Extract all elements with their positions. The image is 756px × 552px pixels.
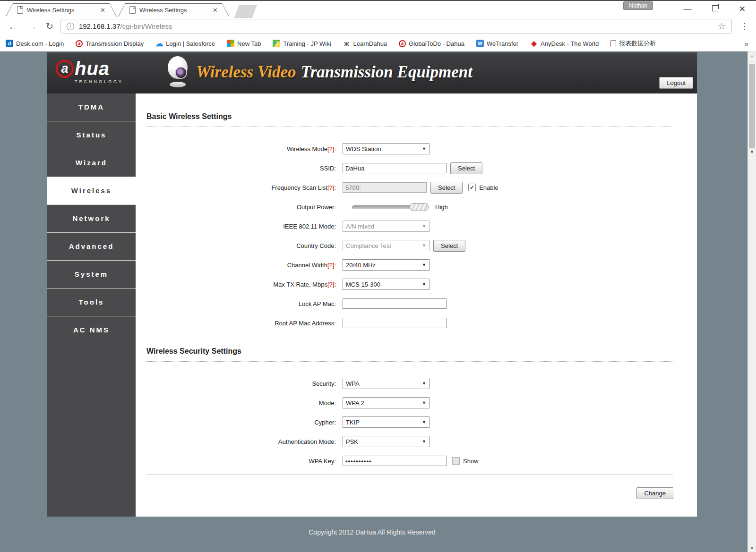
sidebar-item-wireless[interactable]: Wireless [47, 177, 136, 205]
sidebar-item-tdma[interactable]: TDMA [47, 93, 136, 121]
browser-window: Wireless Settings ✕ Wireless Settings ✕ … [0, 0, 756, 552]
bookmark-item[interactable]: ж LearnDahua [343, 40, 387, 47]
bookmark-item[interactable]: d Desk.com - Login [6, 40, 64, 47]
show-key-checkbox[interactable] [452, 457, 460, 465]
section-title-security: Wireless Security Settings [146, 337, 673, 362]
frequency-scan-select-button[interactable]: Select [430, 182, 463, 194]
sidebar-item-system[interactable]: System [47, 261, 136, 289]
logout-button[interactable]: Logout [659, 77, 693, 89]
channel-width-value: 20/40 MHz [346, 262, 376, 269]
sidebar-item-wizard[interactable]: Wizard [47, 149, 136, 177]
mode-select[interactable]: WPA 2 ▼ [343, 397, 430, 408]
bookmark-favicon [610, 40, 616, 47]
root-ap-mac-label: Root AP Mac Address: [136, 320, 343, 327]
new-tab-button[interactable] [234, 5, 257, 17]
sidebar-item-advanced[interactable]: Advanced [47, 233, 136, 261]
security-select[interactable]: WPA ▼ [343, 378, 430, 389]
row-wpa-key: WPA Key: Show [136, 455, 697, 467]
help-icon[interactable]: [?] [327, 281, 334, 288]
frequency-scan-input[interactable] [343, 182, 427, 193]
wpa-key-input[interactable] [343, 456, 447, 466]
tab-title: Wireless Settings [139, 7, 209, 14]
bookmarks-overflow-icon[interactable]: » [745, 40, 748, 48]
help-icon[interactable]: [?] [327, 184, 334, 191]
row-cypher: Cypher: TKIP ▼ [136, 416, 697, 428]
wireless-mode-select[interactable]: WDS Station ▼ [343, 143, 430, 154]
reload-icon[interactable]: ↻ [46, 22, 53, 31]
info-icon[interactable]: i [67, 23, 74, 30]
root-ap-mac-input[interactable] [343, 318, 447, 328]
change-button[interactable]: Change [636, 487, 673, 499]
help-icon[interactable]: [?] [327, 145, 334, 153]
forward-icon[interactable]: → [27, 21, 37, 32]
cypher-label: Cypher: [136, 419, 343, 426]
slider-handle[interactable] [410, 203, 429, 211]
help-icon[interactable]: [?] [327, 262, 334, 269]
sidebar-item-ac-nms[interactable]: AC NMS [47, 316, 136, 344]
auth-mode-select[interactable]: PSK ▼ [343, 436, 430, 447]
chevron-down-icon: ▼ [422, 146, 426, 151]
url-text: 192.168.1.37/cgi-bin/Wireless [79, 22, 172, 30]
browser-profile-badge[interactable]: Nathan [623, 1, 653, 10]
lock-ap-mac-input[interactable] [343, 298, 447, 309]
security-label: Security: [136, 380, 343, 387]
country-code-select-button[interactable]: Select [433, 240, 465, 252]
sidebar-item-tools[interactable]: Tools [47, 289, 136, 316]
page-scrollbar[interactable]: ▲ ▲ ▼ [747, 51, 756, 552]
bookmark-item[interactable]: ◆ AnyDesk - The World [530, 40, 599, 47]
cypher-value: TKIP [346, 419, 360, 426]
bookmark-favicon: a [76, 40, 83, 47]
max-tx-rate-select[interactable]: MCS 15-300 ▼ [343, 279, 430, 290]
ieee-mode-value: A/N mixed [346, 223, 374, 230]
scroll-down-icon[interactable]: ▼ [748, 546, 756, 551]
site-header: a hua TECHNOLOGY Wireless VideoTransmiss… [47, 52, 697, 93]
site-title-accent: Wireless Video [196, 63, 296, 81]
cypher-select[interactable]: TKIP ▼ [343, 416, 430, 428]
bookmark-item[interactable]: 报表数据分析 [610, 39, 656, 48]
bookmark-label: Transmission Display [86, 40, 144, 47]
bookmark-item[interactable]: New Tab [227, 40, 261, 47]
bookmark-item[interactable]: a GlobalToDo - Dahua [399, 40, 464, 47]
row-security: Security: WPA ▼ [136, 378, 697, 389]
bookmark-item[interactable]: ☁ Login | Salesforce [155, 40, 215, 47]
row-lock-ap-mac: Lock AP Mac: [136, 298, 697, 309]
tab-title: Wireless Settings [27, 7, 96, 14]
bookmark-label: GlobalToDo - Dahua [409, 40, 464, 47]
section-title-basic: Basic Wireless Settings [146, 93, 673, 127]
tab-close-icon[interactable]: ✕ [100, 7, 105, 14]
bookmark-star-icon[interactable]: ☆ [718, 21, 726, 32]
bookmark-item[interactable]: J Training - JP Wiki [273, 40, 331, 47]
bookmark-favicon: d [6, 40, 13, 47]
chevron-down-icon: ▼ [422, 381, 426, 386]
scrollbar-thumb[interactable] [749, 64, 755, 148]
ssid-select-button[interactable]: Select [450, 162, 482, 174]
row-root-ap-mac: Root AP Mac Address: [136, 317, 697, 329]
bookmark-item[interactable]: W WeTransfer [476, 40, 518, 47]
country-code-value: Compliance Test [346, 242, 391, 249]
ssid-input[interactable] [343, 163, 447, 173]
sidebar-item-network[interactable]: Network [47, 205, 136, 233]
scroll-up-icon[interactable]: ▲ [748, 53, 756, 58]
bookmark-favicon: ж [343, 40, 351, 47]
wireless-mode-label: Wireless Mode[?]: [136, 145, 343, 153]
bookmark-label: WeTransfer [487, 40, 518, 47]
security-value: WPA [346, 380, 360, 387]
bookmark-label: AnyDesk - The World [541, 40, 599, 47]
back-icon[interactable]: ← [8, 21, 18, 32]
enable-checkbox[interactable]: ✓ [468, 184, 476, 191]
browser-menu-icon[interactable]: ⋮ [740, 21, 748, 31]
bookmark-item[interactable]: a Transmission Display [76, 40, 144, 47]
sidebar-item-status[interactable]: Status [47, 121, 136, 149]
bookmark-label: Desk.com - Login [16, 40, 64, 47]
minimize-icon[interactable]: — [674, 4, 701, 14]
close-icon[interactable]: × [729, 3, 756, 15]
divider [146, 475, 673, 475]
address-bar[interactable]: i 192.168.1.37/cgi-bin/Wireless ☆ [60, 19, 732, 34]
browser-tab-2[interactable]: Wireless Settings ✕ [118, 3, 229, 17]
channel-width-select[interactable]: 20/40 MHz ▼ [343, 259, 430, 271]
ieee-mode-label: IEEE 802.11 Mode: [136, 223, 343, 230]
ieee-mode-select: A/N mixed ▼ [343, 221, 430, 232]
browser-tab-1[interactable]: Wireless Settings ✕ [6, 3, 117, 17]
restore-icon[interactable] [701, 4, 729, 14]
tab-close-icon[interactable]: ✕ [213, 7, 218, 14]
